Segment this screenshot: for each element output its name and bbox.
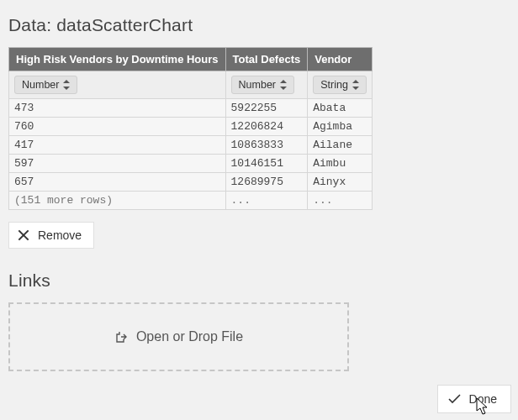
cell: 10863833 bbox=[225, 136, 308, 155]
check-icon bbox=[448, 394, 461, 404]
cell: 597 bbox=[9, 155, 226, 173]
table-row[interactable]: 417 10863833 Ailane bbox=[9, 136, 373, 155]
table-header-row: High Risk Vendors by Downtime Hours Tota… bbox=[9, 48, 373, 71]
cell: 760 bbox=[9, 118, 226, 136]
cell: Ainyx bbox=[308, 173, 373, 192]
open-file-icon bbox=[114, 330, 128, 344]
table-more-row[interactable]: (151 more rows) ... ... bbox=[9, 192, 373, 210]
ellipsis: ... bbox=[225, 192, 308, 210]
close-icon bbox=[18, 229, 29, 241]
cell: Abata bbox=[308, 99, 373, 118]
done-button[interactable]: Done bbox=[437, 385, 511, 413]
cell: Aimbu bbox=[308, 155, 373, 173]
ellipsis: ... bbox=[308, 192, 373, 210]
links-section-title: Links bbox=[8, 270, 510, 291]
table-type-row: Number Number String bbox=[9, 71, 373, 99]
remove-button[interactable]: Remove bbox=[8, 222, 94, 249]
cell: 10146151 bbox=[225, 155, 308, 173]
type-pill-vendor[interactable]: String bbox=[313, 76, 367, 94]
sort-icon bbox=[280, 80, 287, 90]
cell: 12689975 bbox=[225, 173, 308, 192]
open-or-drop-label: Open or Drop File bbox=[136, 329, 243, 344]
cell: 12206824 bbox=[225, 118, 308, 136]
type-pill-defects[interactable]: Number bbox=[231, 76, 294, 94]
cell: 657 bbox=[9, 173, 226, 192]
col-header-vendor[interactable]: Vendor bbox=[308, 48, 373, 71]
col-header-defects[interactable]: Total Defects bbox=[225, 48, 308, 71]
col-header-downtime[interactable]: High Risk Vendors by Downtime Hours bbox=[9, 48, 226, 71]
cell: 473 bbox=[9, 99, 226, 118]
sort-icon bbox=[352, 80, 359, 90]
cell: Agimba bbox=[308, 118, 373, 136]
type-label: String bbox=[320, 79, 348, 91]
type-label: Number bbox=[239, 79, 276, 91]
open-or-drop-file[interactable]: Open or Drop File bbox=[8, 302, 349, 371]
sort-icon bbox=[63, 80, 70, 90]
data-table: High Risk Vendors by Downtime Hours Tota… bbox=[8, 47, 373, 210]
type-label: Number bbox=[22, 79, 59, 91]
remove-button-label: Remove bbox=[38, 228, 82, 242]
cell: 417 bbox=[9, 136, 226, 155]
table-row[interactable]: 760 12206824 Agimba bbox=[9, 118, 373, 136]
cell: Ailane bbox=[308, 136, 373, 155]
table-row[interactable]: 473 5922255 Abata bbox=[9, 99, 373, 118]
table-row[interactable]: 657 12689975 Ainyx bbox=[9, 173, 373, 192]
type-pill-downtime[interactable]: Number bbox=[14, 76, 77, 94]
table-row[interactable]: 597 10146151 Aimbu bbox=[9, 155, 373, 173]
cell: 5922255 bbox=[225, 99, 308, 118]
done-button-label: Done bbox=[469, 392, 497, 406]
more-rows-label: (151 more rows) bbox=[9, 192, 226, 210]
data-section-title: Data: dataScatterChart bbox=[8, 15, 510, 35]
